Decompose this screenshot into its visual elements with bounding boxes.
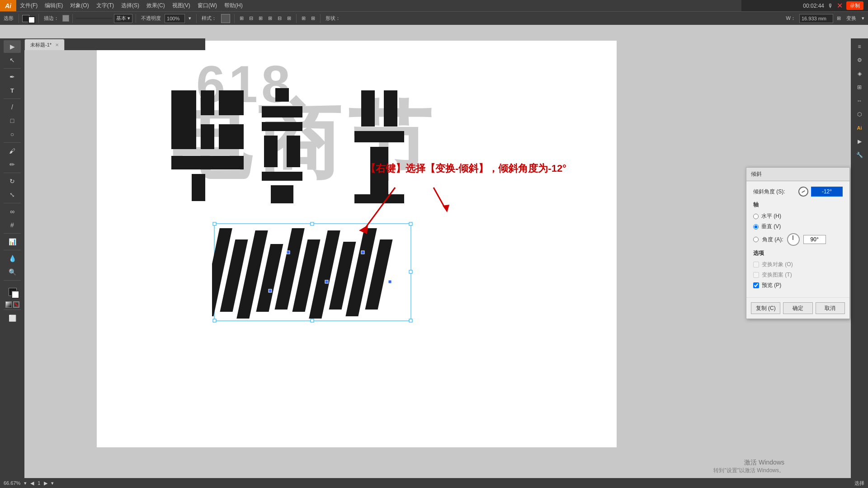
close-icon[interactable]: ✕ — [837, 1, 843, 10]
panel-transform[interactable]: ↔ — [852, 94, 867, 107]
shear-angle-label: 倾斜角度 (S): — [753, 188, 798, 196]
zoom-arrows[interactable]: ▾ — [24, 480, 27, 486]
menu-select[interactable]: 选择(S) — [118, 0, 143, 11]
menu-file[interactable]: 文件(F) — [16, 0, 41, 11]
tool-zoom[interactable]: 🔍 — [4, 266, 21, 278]
horizontal-label: 水平 (H) — [761, 212, 781, 220]
tool-pencil[interactable]: ✏ — [4, 158, 21, 171]
transform-objects-label: 变换对象 (O) — [762, 261, 793, 268]
left-toolbar: ▶ ↖ ✒ T / □ ○ 🖌 ✏ ↻ ⤡ ∞ # 📊 💧 🔍 ⬜ — [0, 38, 24, 488]
panel-align[interactable]: ⊞ — [852, 81, 867, 94]
tool-eyedropper[interactable]: 💧 — [4, 252, 21, 265]
opacity-input[interactable] — [165, 14, 185, 23]
tool-direct-select[interactable]: ↖ — [4, 54, 21, 66]
panel-properties[interactable]: ⚙ — [852, 54, 867, 66]
vertical-label: 垂直 (V) — [761, 223, 781, 230]
none-icon[interactable] — [13, 301, 19, 308]
tool-rect[interactable]: □ — [4, 114, 21, 127]
angle-radio[interactable] — [753, 237, 759, 242]
panel-symbols[interactable]: ◈ — [852, 67, 867, 80]
panel-layers[interactable]: ≡ — [852, 40, 867, 53]
tool-scale[interactable]: ⤡ — [4, 188, 21, 201]
options-section-title: 选项 — [753, 249, 843, 257]
dialog-body: 倾斜角度 (S): -12° 轴 水平 (H) 垂直 (V) 角度 (A): 9… — [746, 181, 849, 297]
distribute-h[interactable]: ⊞ — [300, 13, 307, 24]
svg-rect-24 — [409, 270, 412, 273]
tool-pen[interactable]: ✒ — [4, 70, 21, 83]
cancel-button[interactable]: 取消 — [816, 302, 845, 314]
menu-object[interactable]: 对象(O) — [66, 0, 92, 11]
panel-ai-text[interactable]: Ai — [852, 122, 867, 134]
tool-ellipse[interactable]: ○ — [4, 128, 21, 141]
transform-objects-checkbox[interactable] — [753, 262, 759, 267]
mic-icon[interactable]: 🎙 — [828, 3, 833, 9]
menu-help[interactable]: 帮助(H) — [221, 0, 246, 11]
tool-mesh[interactable]: # — [4, 219, 21, 231]
align-right[interactable]: ⊞ — [257, 13, 264, 24]
panel-plugins[interactable]: 🔧 — [852, 149, 867, 161]
panel-pathfinder[interactable]: ⬡ — [852, 108, 867, 121]
tool-blend[interactable]: ∞ — [4, 205, 21, 218]
svg-rect-0 — [171, 90, 196, 149]
angle-input[interactable]: 90° — [803, 235, 826, 244]
svg-rect-27 — [409, 319, 412, 322]
gradient-icon[interactable] — [5, 301, 12, 308]
align-center-v[interactable]: ⊟ — [276, 13, 283, 24]
tool-screen-mode[interactable]: ⬜ — [4, 312, 21, 324]
stroke-dropdown[interactable] — [62, 15, 69, 22]
menu-effect[interactable]: 效果(C) — [143, 0, 169, 11]
tool-select[interactable]: ▶ — [4, 40, 21, 53]
tool-line[interactable]: / — [4, 101, 21, 113]
tab-close-btn[interactable]: ✕ — [55, 42, 59, 47]
transform-patterns-label: 变换图案 (T) — [762, 271, 792, 279]
opacity-arrow[interactable]: ▾ — [187, 13, 193, 24]
svg-rect-11 — [287, 136, 300, 167]
width-input[interactable] — [799, 14, 833, 23]
transform-patterns-row: 变换图案 (T) — [753, 271, 843, 279]
page-prev[interactable]: ◀ — [30, 480, 34, 486]
svg-rect-21 — [311, 222, 314, 225]
annotation-arrow — [350, 185, 463, 244]
page-next[interactable]: ▶ — [44, 480, 47, 486]
copy-button[interactable]: 复制 (C) — [751, 302, 780, 314]
page-arrows[interactable]: ▾ — [51, 480, 54, 486]
transform-patterns-checkbox[interactable] — [753, 272, 759, 278]
align-left[interactable]: ⊞ — [238, 13, 245, 24]
menu-text[interactable]: 文字(T) — [93, 0, 118, 11]
stroke-style-preview — [76, 18, 112, 19]
tool-rotate[interactable]: ↻ — [4, 175, 21, 188]
stroke-swatch[interactable] — [28, 16, 35, 23]
tool-graph[interactable]: 📊 — [4, 235, 21, 248]
align-bottom[interactable]: ⊞ — [285, 13, 293, 24]
svg-rect-13 — [271, 185, 293, 203]
shear-angle-input[interactable]: -12° — [811, 187, 843, 197]
top-toolbar: 选形 描边： 基本 ▾ 不透明度 ▾ 样式： ⊞ ⊟ ⊞ ⊞ ⊟ ⊞ ⊞ ⊞ 形… — [0, 11, 868, 25]
basic-dropdown[interactable]: 基本 ▾ — [114, 14, 132, 23]
align-top[interactable]: ⊞ — [266, 13, 274, 24]
ok-button[interactable]: 确定 — [783, 302, 812, 314]
color-mode-icons — [5, 301, 19, 308]
align-center-h[interactable]: ⊟ — [247, 13, 255, 24]
tool-name: 选择 — [854, 480, 864, 487]
transform-icon[interactable]: ⊞ — [835, 13, 843, 24]
horizontal-radio[interactable] — [753, 214, 759, 219]
menu-view[interactable]: 视图(V) — [169, 0, 194, 11]
preview-label: 预览 (P) — [762, 282, 781, 289]
transform-arrow[interactable]: ▾ — [860, 13, 866, 24]
menu-edit[interactable]: 编辑(E) — [41, 0, 66, 11]
color-swatches[interactable] — [5, 284, 19, 299]
dialog-title-text: 倾斜 — [751, 170, 762, 178]
tool-text[interactable]: T — [4, 84, 21, 97]
distribute-v[interactable]: ⊞ — [309, 13, 317, 24]
active-tab[interactable]: 未标题-1* ✕ — [24, 39, 65, 50]
menu-window[interactable]: 窗口(W) — [194, 0, 221, 11]
preview-checkbox[interactable] — [753, 282, 759, 288]
vertical-radio[interactable] — [753, 224, 759, 230]
svg-rect-39 — [361, 251, 364, 254]
tool-mode-selector[interactable]: 选形 — [2, 13, 15, 24]
panel-play[interactable]: ▶ — [852, 135, 867, 148]
record-button[interactable]: 录制 — [846, 1, 863, 10]
tool-sep1 — [4, 68, 21, 69]
tool-brush[interactable]: 🖌 — [4, 145, 21, 157]
dialog-title-bar[interactable]: 倾斜 — [746, 168, 849, 181]
